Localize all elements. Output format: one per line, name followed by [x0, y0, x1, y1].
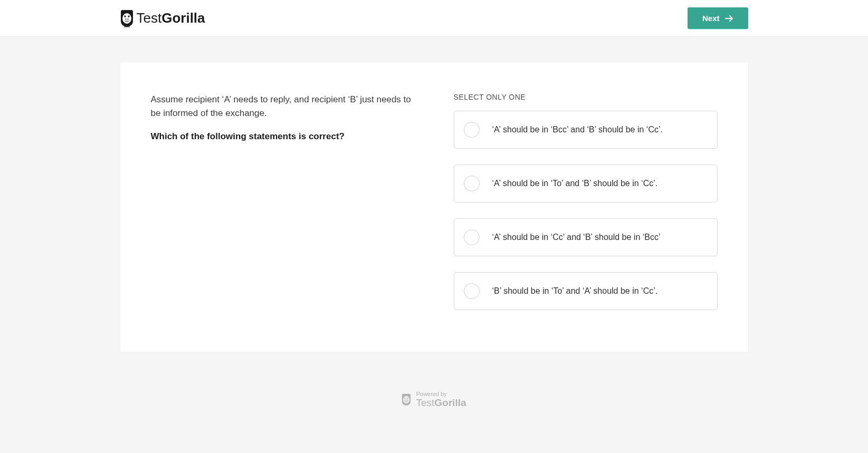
radio-icon	[464, 176, 480, 191]
logo-text: TestGorilla	[137, 10, 205, 26]
option-1[interactable]: ‘A’ should be in ‘Bcc’ and ‘B’ should be…	[454, 111, 718, 149]
footer-inner: Powered by TestGorilla	[402, 391, 466, 408]
footer-brand-bold: Gorilla	[434, 397, 466, 408]
next-button-label: Next	[702, 14, 720, 23]
question-card: Assume recipient ‘A’ needs to reply, and…	[120, 62, 748, 352]
svg-point-4	[125, 18, 126, 20]
svg-point-9	[407, 398, 408, 399]
select-only-one-label: SELECT ONLY ONE	[454, 93, 718, 101]
logo: TestGorilla	[120, 9, 205, 27]
question-intro: Assume recipient ‘A’ needs to reply, and…	[151, 93, 412, 120]
svg-point-12	[407, 400, 407, 400]
content-wrap: Assume recipient ‘A’ needs to reply, and…	[89, 37, 780, 373]
gorilla-footer-icon	[402, 393, 411, 406]
svg-point-5	[127, 18, 128, 20]
option-label: ‘A’ should be in ‘To’ and ‘B’ should be …	[492, 179, 658, 188]
arrow-right-icon	[725, 15, 733, 22]
footer-text: Powered by TestGorilla	[416, 391, 466, 408]
footer-brand-light: Test	[416, 397, 434, 408]
header: TestGorilla Next	[0, 0, 868, 37]
footer: Powered by TestGorilla	[0, 373, 868, 440]
radio-icon	[464, 283, 480, 299]
question-prompt: Which of the following statements is cor…	[151, 131, 412, 142]
option-label: ‘A’ should be in ‘Cc’ and ‘B’ should be …	[492, 233, 661, 242]
option-3[interactable]: ‘A’ should be in ‘Cc’ and ‘B’ should be …	[454, 218, 718, 256]
svg-point-11	[405, 400, 406, 400]
logo-text-bold: Gorilla	[161, 10, 205, 26]
options-list: ‘A’ should be in ‘Bcc’ and ‘B’ should be…	[454, 111, 718, 310]
svg-point-8	[405, 398, 406, 399]
header-inner: TestGorilla Next	[89, 7, 780, 29]
option-2[interactable]: ‘A’ should be in ‘To’ and ‘B’ should be …	[454, 165, 718, 203]
option-label: ‘A’ should be in ‘Bcc’ and ‘B’ should be…	[492, 125, 663, 134]
svg-rect-6	[124, 26, 130, 27]
answers-column: SELECT ONLY ONE ‘A’ should be in ‘Bcc’ a…	[454, 93, 718, 310]
radio-icon	[464, 122, 480, 138]
logo-text-light: Test	[137, 10, 162, 26]
gorilla-logo-icon	[120, 9, 133, 27]
option-label: ‘B’ should be in ‘To’ and ‘A’ should be …	[492, 286, 658, 296]
radio-icon	[464, 229, 480, 245]
option-4[interactable]: ‘B’ should be in ‘To’ and ‘A’ should be …	[454, 272, 718, 310]
svg-point-2	[128, 15, 129, 17]
svg-point-1	[124, 15, 126, 17]
question-text-column: Assume recipient ‘A’ needs to reply, and…	[151, 93, 412, 310]
footer-brand: TestGorilla	[416, 398, 466, 408]
next-button[interactable]: Next	[688, 7, 748, 29]
